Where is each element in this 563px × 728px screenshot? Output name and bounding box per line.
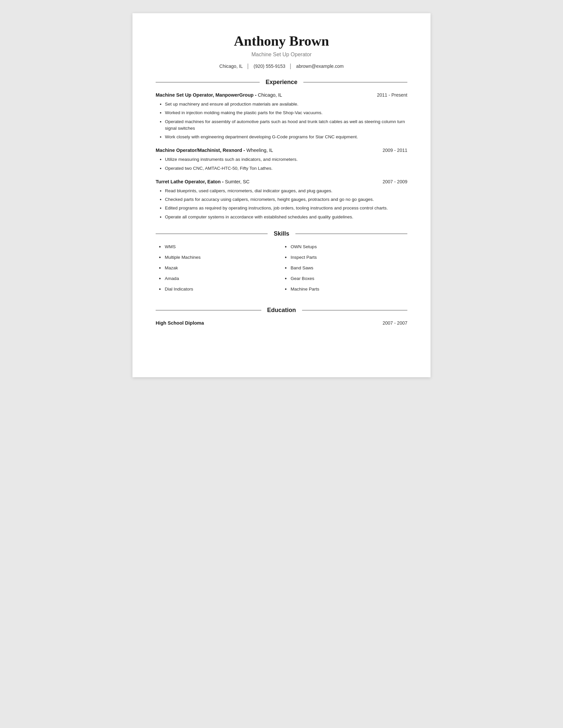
job-3-bullet-3: Edited programs as required by operating…	[165, 205, 407, 211]
contact-location: Chicago, IL	[219, 64, 243, 69]
job-2-bullets: Utilize measuring instruments such as in…	[156, 156, 407, 172]
job-3-title: Turret Lathe Operator, Eaton - Sumter, S…	[156, 179, 249, 184]
skill-amada-label: Amada	[165, 276, 179, 281]
education-dates: 2007 - 2007	[383, 320, 407, 326]
skills-section-header: Skills	[156, 230, 407, 237]
job-1-bullet-2: Worked in injection molding making the p…	[165, 110, 407, 116]
contact-email: abrown@example.com	[296, 64, 344, 69]
job-1-bullet-1: Set up machinery and ensure all producti…	[165, 101, 407, 108]
education-section-title: Education	[261, 307, 302, 314]
skill-bullet-icon: •	[285, 254, 287, 260]
skill-dial-indicators: • Dial Indicators	[159, 286, 282, 292]
candidate-name: Anthony Brown	[156, 33, 407, 49]
skill-own-setups: • OWN Setups	[285, 244, 407, 250]
job-1-title-rest: Chicago, IL	[257, 92, 282, 98]
skill-multiple-machines: • Multiple Machines	[159, 254, 282, 260]
job-1-dates: 2011 - Present	[377, 92, 407, 98]
job-2-bullet-1: Utilize measuring instruments such as in…	[165, 156, 407, 163]
skill-inspect-parts-label: Inspect Parts	[291, 255, 317, 260]
candidate-title: Machine Set Up Operator	[156, 52, 407, 58]
contact-phone: (920) 555-9153	[254, 64, 286, 69]
experience-section-title: Experience	[259, 79, 304, 86]
skills-section-title: Skills	[267, 230, 295, 237]
skill-bullet-icon: •	[159, 254, 161, 260]
skill-band-saws: • Band Saws	[285, 265, 407, 271]
skill-gear-boxes-label: Gear Boxes	[291, 276, 314, 281]
education-section-header: Education	[156, 307, 407, 314]
skill-bullet-icon: •	[159, 286, 161, 292]
skills-column-left: • WMS • Multiple Machines • Mazak • Amad…	[156, 244, 282, 297]
skill-bullet-icon: •	[159, 244, 161, 250]
skill-inspect-parts: • Inspect Parts	[285, 254, 407, 260]
skill-bullet-icon: •	[159, 276, 161, 282]
job-3-title-bold: Turret Lathe Operator, Eaton -	[156, 179, 223, 184]
education-entry-1: High School Diploma 2007 - 2007	[156, 320, 407, 326]
skill-band-saws-label: Band Saws	[291, 265, 313, 270]
job-3-title-rest: Sumter, SC	[223, 179, 249, 184]
experience-section: Experience Machine Set Up Operator, Manp…	[156, 79, 407, 220]
experience-section-header: Experience	[156, 79, 407, 86]
job-1-header: Machine Set Up Operator, ManpowerGroup -…	[156, 92, 407, 98]
skill-dial-indicators-label: Dial Indicators	[165, 287, 193, 292]
education-section: Education High School Diploma 2007 - 200…	[156, 307, 407, 326]
job-3-bullets: Read blueprints, used calipers, micromet…	[156, 188, 407, 220]
section-line-left	[156, 82, 259, 83]
job-1-title-bold: Machine Set Up Operator, ManpowerGroup -	[156, 92, 257, 98]
job-1-bullet-3: Operated machines for assembly of automo…	[165, 118, 407, 132]
section-line-right	[304, 82, 407, 83]
skill-bullet-icon: •	[285, 265, 287, 271]
education-degree: High School Diploma	[156, 320, 204, 326]
skill-mazak-label: Mazak	[165, 265, 178, 270]
skill-amada: • Amada	[159, 276, 282, 282]
job-1: Machine Set Up Operator, ManpowerGroup -…	[156, 92, 407, 140]
job-3-bullet-2: Checked parts for accuracy using caliper…	[165, 196, 407, 203]
separator-1: │	[247, 64, 250, 69]
skills-line-left	[156, 234, 267, 234]
skills-column-right: • OWN Setups • Inspect Parts • Band Saws…	[282, 244, 407, 297]
skill-wms: • WMS	[159, 244, 282, 250]
job-1-title: Machine Set Up Operator, ManpowerGroup -…	[156, 92, 282, 98]
skill-bullet-icon: •	[285, 276, 287, 282]
contact-info: Chicago, IL │ (920) 555-9153 │ abrown@ex…	[156, 64, 407, 69]
job-3: Turret Lathe Operator, Eaton - Sumter, S…	[156, 179, 407, 220]
job-3-bullet-1: Read blueprints, used calipers, micromet…	[165, 188, 407, 194]
skills-grid: • WMS • Multiple Machines • Mazak • Amad…	[156, 244, 407, 297]
job-1-bullets: Set up machinery and ensure all producti…	[156, 101, 407, 140]
separator-2: │	[290, 64, 293, 69]
skill-machine-parts-label: Machine Parts	[291, 287, 319, 292]
job-2-title-bold: Machine Operator/Machinist, Rexnord -	[156, 148, 245, 153]
education-line-left	[156, 310, 261, 311]
skill-multiple-machines-label: Multiple Machines	[165, 255, 201, 260]
skill-gear-boxes: • Gear Boxes	[285, 276, 407, 282]
skills-section: Skills • WMS • Multiple Machines • Mazak…	[156, 230, 407, 297]
skill-wms-label: WMS	[165, 244, 176, 249]
skills-line-right	[296, 234, 407, 234]
job-3-dates: 2007 - 2009	[383, 179, 407, 184]
job-2-dates: 2009 - 2011	[383, 148, 407, 153]
job-2-title-rest: Wheeling, IL	[245, 148, 273, 153]
resume-container: Anthony Brown Machine Set Up Operator Ch…	[132, 13, 431, 377]
skill-machine-parts: • Machine Parts	[285, 286, 407, 292]
skill-bullet-icon: •	[285, 286, 287, 292]
job-2-header: Machine Operator/Machinist, Rexnord - Wh…	[156, 148, 407, 153]
job-3-header: Turret Lathe Operator, Eaton - Sumter, S…	[156, 179, 407, 184]
skill-own-setups-label: OWN Setups	[291, 244, 317, 249]
skill-mazak: • Mazak	[159, 265, 282, 271]
resume-header: Anthony Brown Machine Set Up Operator Ch…	[156, 33, 407, 69]
job-1-bullet-4: Work closely with engineering department…	[165, 134, 407, 140]
job-2-bullet-2: Operated two CNC, AMTAC-HTC-50, Fifty To…	[165, 165, 407, 172]
job-3-bullet-4: Operate all computer systems in accordan…	[165, 214, 407, 220]
skill-bullet-icon: •	[285, 244, 287, 250]
job-2-title: Machine Operator/Machinist, Rexnord - Wh…	[156, 148, 273, 153]
job-2: Machine Operator/Machinist, Rexnord - Wh…	[156, 148, 407, 172]
education-line-right	[302, 310, 408, 311]
skill-bullet-icon: •	[159, 265, 161, 271]
